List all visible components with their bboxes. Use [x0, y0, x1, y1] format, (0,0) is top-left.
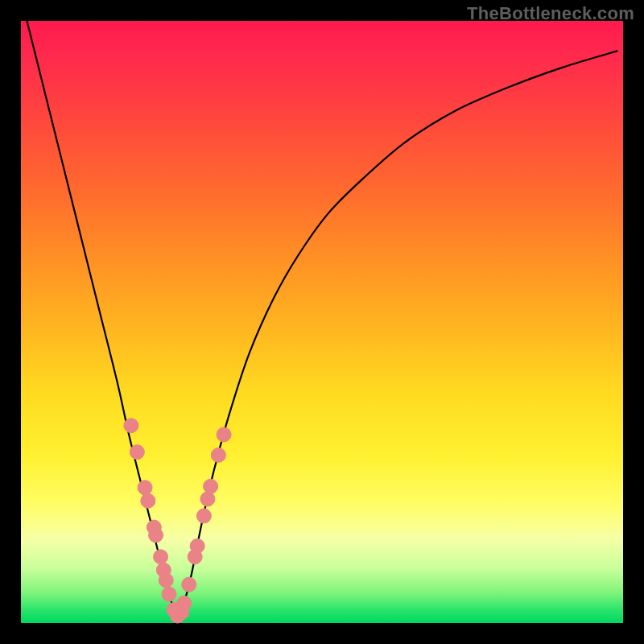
chart-overlay	[21, 21, 623, 623]
curve-dot	[138, 481, 152, 495]
curve-dot	[177, 596, 192, 610]
curve-dot	[196, 509, 211, 523]
brand-watermark: TheBottleneck.com	[467, 3, 634, 24]
curve-dot	[130, 445, 144, 460]
curve-dot	[200, 492, 215, 506]
bottleneck-curve	[27, 21, 617, 617]
curve-dot	[159, 573, 173, 588]
curve-dot	[211, 448, 225, 462]
chart-plot-area	[21, 21, 623, 623]
curve-dot	[217, 427, 231, 442]
curve-dot	[162, 587, 176, 601]
curve-dot	[204, 479, 218, 493]
curve-dot	[124, 419, 138, 433]
curve-dot	[141, 493, 155, 508]
curve-dot	[190, 539, 204, 553]
curve-dot-layer	[124, 419, 231, 623]
curve-dot	[182, 577, 196, 592]
curve-dot	[154, 550, 168, 564]
curve-dot	[149, 528, 163, 543]
